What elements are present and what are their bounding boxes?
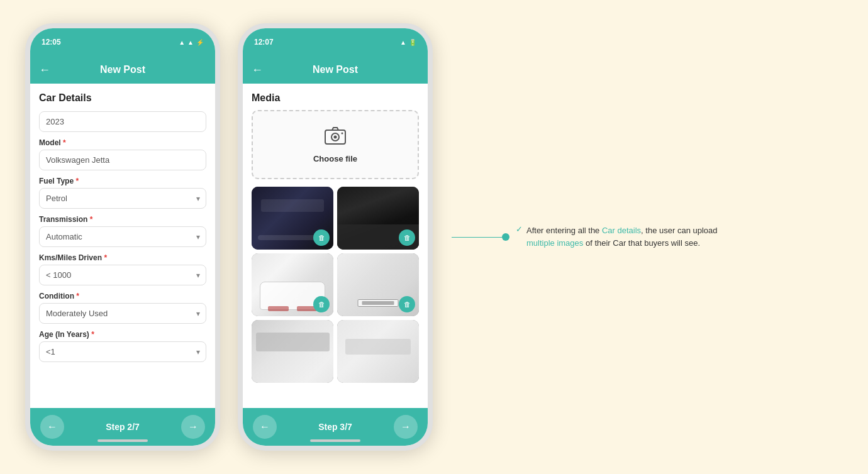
delete-btn-1[interactable]: 🗑 [313,229,330,246]
check-icon: ✓ [516,224,523,234]
condition-select[interactable]: Moderately Used New Heavily Used [39,303,206,324]
age-select[interactable]: <1 1-3 3-5 [39,341,206,362]
kms-select[interactable]: < 1000 1000-5000 [39,265,206,285]
delete-btn-2[interactable]: 🗑 [399,229,415,246]
annotation-area: ✓ After entering all the Car details, th… [452,224,843,250]
prev-button-1[interactable]: ← [40,415,64,439]
model-required: * [63,138,66,147]
media-content: Media Choose file [243,84,428,383]
home-indicator-1 [97,439,148,442]
back-button-1[interactable]: ← [39,63,50,77]
phone-car-details: 12:05 ▲ ▲ ⚡ ← New Post Car Details Model… [25,23,220,451]
fuel-select[interactable]: Petrol Diesel Electric [39,188,206,209]
header-title-2: New Post [313,64,358,75]
highlight-multiple-images: multiple images [526,238,583,248]
connector-dot [502,233,509,241]
transmission-required: * [90,215,93,224]
image-thumb-4: 🗑 [337,253,419,316]
kms-select-wrapper: < 1000 1000-5000 [39,265,206,285]
image-thumb-3: 🗑 [252,253,333,316]
upload-zone[interactable]: Choose file [252,110,419,179]
svg-point-3 [342,133,343,135]
status-bar-1: 12:05 ▲ ▲ ⚡ [30,28,215,56]
image-thumb-6 [337,320,419,383]
fuel-label: Fuel Type * [39,177,206,185]
age-required: * [91,330,94,339]
transmission-field: Transmission * Automatic Manual [39,215,206,247]
back-button-2[interactable]: ← [252,63,263,77]
battery-icon-2: 🔋 [409,39,416,46]
age-select-wrapper: <1 1-3 3-5 [39,341,206,362]
time-display-2: 12:07 [254,38,274,47]
transmission-select[interactable]: Automatic Manual [39,226,206,247]
fuel-type-field: Fuel Type * Petrol Diesel Electric [39,177,206,209]
status-icons-1: ▲ ▲ ⚡ [179,39,204,46]
svg-point-2 [334,136,337,139]
year-field [39,111,206,132]
step-label-1: Step 2/7 [106,422,140,432]
connector-line [452,237,502,238]
model-label: Model * [39,138,206,147]
media-title: Media [252,92,419,104]
battery-icon: ⚡ [196,39,204,46]
transmission-label: Transmission * [39,215,206,224]
fuel-select-wrapper: Petrol Diesel Electric [39,188,206,209]
phones-container: 12:05 ▲ ▲ ⚡ ← New Post Car Details Model… [25,23,433,451]
condition-required: * [76,292,79,300]
wifi-icon: ▲ [179,39,185,46]
condition-label: Condition * [39,292,206,300]
delete-btn-3[interactable]: 🗑 [313,296,330,312]
next-button-2[interactable]: → [394,415,418,439]
condition-select-wrapper: Moderately Used New Heavily Used [39,303,206,324]
step-label-2: Step 3/7 [318,422,352,432]
annotation-text: After entering all the Car details, the … [526,224,728,250]
upload-label: Choose file [313,154,357,163]
year-input[interactable] [39,111,206,132]
annotation-bubble: ✓ After entering all the Car details, th… [516,224,728,250]
header-title-1: New Post [100,64,145,75]
model-field: Model * [39,138,206,170]
fuel-required: * [75,177,79,185]
transmission-select-wrapper: Automatic Manual [39,226,206,247]
car-details-content: Car Details Model * Fuel Type * Pet [30,84,215,368]
condition-field: Condition * Moderately Used New Heavily … [39,292,206,324]
delete-btn-4[interactable]: 🗑 [399,296,415,312]
wifi-icon-2: ▲ [400,39,406,46]
image-thumb-5 [252,320,333,383]
camera-icon [324,126,347,150]
time-display-1: 12:05 [42,38,61,47]
image-grid: 🗑 🗑 🗑 [252,187,419,383]
signal-icon: ▲ [187,39,194,46]
phone-media: 12:07 ▲ 🔋 ← New Post Media [238,23,433,451]
kms-label: Kms/Miles Driven * [39,253,206,262]
image-thumb-2: 🗑 [337,187,419,250]
home-indicator-2 [310,439,360,442]
status-bar-2: 12:07 ▲ 🔋 [243,28,428,56]
highlight-car-details: Car details [602,226,641,235]
age-field: Age (In Years) * <1 1-3 3-5 [39,330,206,362]
image-thumb-1: 🗑 [252,187,333,250]
prev-button-2[interactable]: ← [253,415,277,439]
age-label: Age (In Years) * [39,330,206,339]
next-button-1[interactable]: → [181,415,205,439]
car-details-title: Car Details [39,92,206,104]
app-header-2: ← New Post [243,56,428,84]
model-input[interactable] [39,150,206,170]
kms-field: Kms/Miles Driven * < 1000 1000-5000 [39,253,206,285]
kms-required: * [104,253,107,262]
app-header-1: ← New Post [30,56,215,84]
status-icons-2: ▲ 🔋 [400,39,416,46]
